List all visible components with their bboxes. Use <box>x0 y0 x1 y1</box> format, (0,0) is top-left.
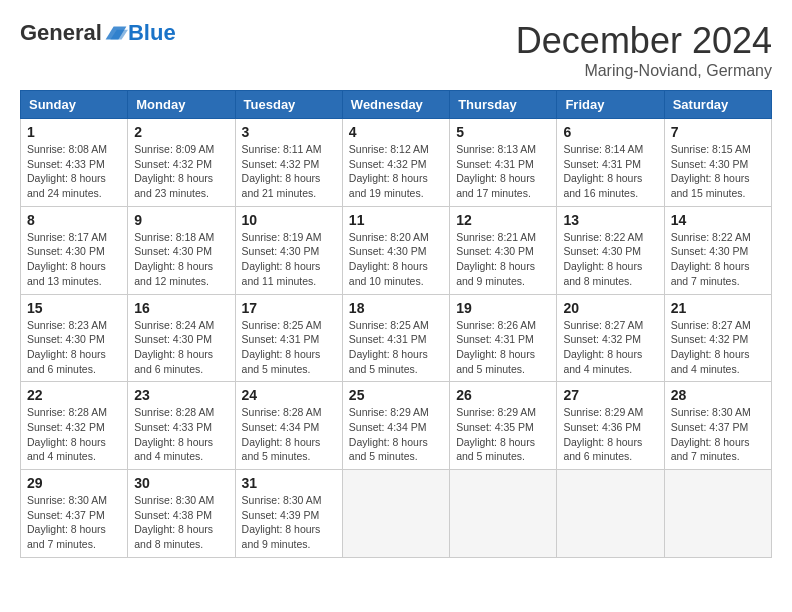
day-cell: 23 Sunrise: 8:28 AM Sunset: 4:33 PM Dayl… <box>128 382 235 470</box>
logo-icon <box>104 21 128 45</box>
day-detail: Sunrise: 8:30 AM Sunset: 4:37 PM Dayligh… <box>671 405 765 464</box>
day-detail: Sunrise: 8:27 AM Sunset: 4:32 PM Dayligh… <box>563 318 657 377</box>
day-detail: Sunrise: 8:12 AM Sunset: 4:32 PM Dayligh… <box>349 142 443 201</box>
day-cell: 31 Sunrise: 8:30 AM Sunset: 4:39 PM Dayl… <box>235 470 342 558</box>
day-cell: 21 Sunrise: 8:27 AM Sunset: 4:32 PM Dayl… <box>664 294 771 382</box>
day-detail: Sunrise: 8:25 AM Sunset: 4:31 PM Dayligh… <box>242 318 336 377</box>
day-number: 12 <box>456 212 550 228</box>
day-number: 13 <box>563 212 657 228</box>
day-detail: Sunrise: 8:14 AM Sunset: 4:31 PM Dayligh… <box>563 142 657 201</box>
day-cell: 16 Sunrise: 8:24 AM Sunset: 4:30 PM Dayl… <box>128 294 235 382</box>
day-cell: 28 Sunrise: 8:30 AM Sunset: 4:37 PM Dayl… <box>664 382 771 470</box>
day-number: 16 <box>134 300 228 316</box>
day-number: 29 <box>27 475 121 491</box>
page-header: General Blue December 2024 Maring-Novian… <box>20 20 772 80</box>
day-detail: Sunrise: 8:18 AM Sunset: 4:30 PM Dayligh… <box>134 230 228 289</box>
day-detail: Sunrise: 8:13 AM Sunset: 4:31 PM Dayligh… <box>456 142 550 201</box>
day-cell: 19 Sunrise: 8:26 AM Sunset: 4:31 PM Dayl… <box>450 294 557 382</box>
day-detail: Sunrise: 8:26 AM Sunset: 4:31 PM Dayligh… <box>456 318 550 377</box>
column-header-thursday: Thursday <box>450 91 557 119</box>
day-number: 24 <box>242 387 336 403</box>
day-detail: Sunrise: 8:20 AM Sunset: 4:30 PM Dayligh… <box>349 230 443 289</box>
day-detail: Sunrise: 8:15 AM Sunset: 4:30 PM Dayligh… <box>671 142 765 201</box>
day-detail: Sunrise: 8:28 AM Sunset: 4:32 PM Dayligh… <box>27 405 121 464</box>
day-number: 28 <box>671 387 765 403</box>
day-cell: 3 Sunrise: 8:11 AM Sunset: 4:32 PM Dayli… <box>235 119 342 207</box>
day-cell <box>450 470 557 558</box>
day-cell: 14 Sunrise: 8:22 AM Sunset: 4:30 PM Dayl… <box>664 206 771 294</box>
day-cell: 9 Sunrise: 8:18 AM Sunset: 4:30 PM Dayli… <box>128 206 235 294</box>
day-detail: Sunrise: 8:25 AM Sunset: 4:31 PM Dayligh… <box>349 318 443 377</box>
day-cell: 4 Sunrise: 8:12 AM Sunset: 4:32 PM Dayli… <box>342 119 449 207</box>
day-cell: 5 Sunrise: 8:13 AM Sunset: 4:31 PM Dayli… <box>450 119 557 207</box>
day-cell: 11 Sunrise: 8:20 AM Sunset: 4:30 PM Dayl… <box>342 206 449 294</box>
day-cell: 20 Sunrise: 8:27 AM Sunset: 4:32 PM Dayl… <box>557 294 664 382</box>
day-detail: Sunrise: 8:27 AM Sunset: 4:32 PM Dayligh… <box>671 318 765 377</box>
day-cell: 15 Sunrise: 8:23 AM Sunset: 4:30 PM Dayl… <box>21 294 128 382</box>
column-header-sunday: Sunday <box>21 91 128 119</box>
day-cell: 1 Sunrise: 8:08 AM Sunset: 4:33 PM Dayli… <box>21 119 128 207</box>
day-cell: 7 Sunrise: 8:15 AM Sunset: 4:30 PM Dayli… <box>664 119 771 207</box>
day-detail: Sunrise: 8:30 AM Sunset: 4:38 PM Dayligh… <box>134 493 228 552</box>
day-cell <box>664 470 771 558</box>
day-number: 5 <box>456 124 550 140</box>
day-number: 2 <box>134 124 228 140</box>
day-number: 21 <box>671 300 765 316</box>
day-cell: 8 Sunrise: 8:17 AM Sunset: 4:30 PM Dayli… <box>21 206 128 294</box>
day-cell <box>557 470 664 558</box>
day-number: 31 <box>242 475 336 491</box>
week-row-3: 15 Sunrise: 8:23 AM Sunset: 4:30 PM Dayl… <box>21 294 772 382</box>
day-detail: Sunrise: 8:11 AM Sunset: 4:32 PM Dayligh… <box>242 142 336 201</box>
logo-blue: Blue <box>128 20 176 46</box>
day-detail: Sunrise: 8:30 AM Sunset: 4:39 PM Dayligh… <box>242 493 336 552</box>
day-cell: 30 Sunrise: 8:30 AM Sunset: 4:38 PM Dayl… <box>128 470 235 558</box>
day-cell: 10 Sunrise: 8:19 AM Sunset: 4:30 PM Dayl… <box>235 206 342 294</box>
day-cell: 22 Sunrise: 8:28 AM Sunset: 4:32 PM Dayl… <box>21 382 128 470</box>
day-number: 1 <box>27 124 121 140</box>
day-detail: Sunrise: 8:23 AM Sunset: 4:30 PM Dayligh… <box>27 318 121 377</box>
day-number: 25 <box>349 387 443 403</box>
day-number: 14 <box>671 212 765 228</box>
calendar-title: December 2024 <box>516 20 772 62</box>
day-detail: Sunrise: 8:29 AM Sunset: 4:36 PM Dayligh… <box>563 405 657 464</box>
day-detail: Sunrise: 8:24 AM Sunset: 4:30 PM Dayligh… <box>134 318 228 377</box>
day-detail: Sunrise: 8:19 AM Sunset: 4:30 PM Dayligh… <box>242 230 336 289</box>
day-cell: 6 Sunrise: 8:14 AM Sunset: 4:31 PM Dayli… <box>557 119 664 207</box>
day-number: 11 <box>349 212 443 228</box>
title-block: December 2024 Maring-Noviand, Germany <box>516 20 772 80</box>
column-header-tuesday: Tuesday <box>235 91 342 119</box>
logo: General Blue <box>20 20 176 46</box>
week-row-2: 8 Sunrise: 8:17 AM Sunset: 4:30 PM Dayli… <box>21 206 772 294</box>
day-detail: Sunrise: 8:29 AM Sunset: 4:34 PM Dayligh… <box>349 405 443 464</box>
column-header-wednesday: Wednesday <box>342 91 449 119</box>
day-number: 15 <box>27 300 121 316</box>
calendar-subtitle: Maring-Noviand, Germany <box>516 62 772 80</box>
day-number: 19 <box>456 300 550 316</box>
day-cell: 17 Sunrise: 8:25 AM Sunset: 4:31 PM Dayl… <box>235 294 342 382</box>
day-cell: 18 Sunrise: 8:25 AM Sunset: 4:31 PM Dayl… <box>342 294 449 382</box>
day-number: 18 <box>349 300 443 316</box>
week-row-4: 22 Sunrise: 8:28 AM Sunset: 4:32 PM Dayl… <box>21 382 772 470</box>
day-cell: 27 Sunrise: 8:29 AM Sunset: 4:36 PM Dayl… <box>557 382 664 470</box>
week-row-1: 1 Sunrise: 8:08 AM Sunset: 4:33 PM Dayli… <box>21 119 772 207</box>
day-number: 8 <box>27 212 121 228</box>
column-header-saturday: Saturday <box>664 91 771 119</box>
day-cell: 2 Sunrise: 8:09 AM Sunset: 4:32 PM Dayli… <box>128 119 235 207</box>
day-detail: Sunrise: 8:09 AM Sunset: 4:32 PM Dayligh… <box>134 142 228 201</box>
day-number: 27 <box>563 387 657 403</box>
day-number: 26 <box>456 387 550 403</box>
day-number: 7 <box>671 124 765 140</box>
day-number: 23 <box>134 387 228 403</box>
day-detail: Sunrise: 8:28 AM Sunset: 4:34 PM Dayligh… <box>242 405 336 464</box>
column-header-friday: Friday <box>557 91 664 119</box>
day-number: 20 <box>563 300 657 316</box>
day-number: 30 <box>134 475 228 491</box>
day-cell: 29 Sunrise: 8:30 AM Sunset: 4:37 PM Dayl… <box>21 470 128 558</box>
week-row-5: 29 Sunrise: 8:30 AM Sunset: 4:37 PM Dayl… <box>21 470 772 558</box>
day-cell: 13 Sunrise: 8:22 AM Sunset: 4:30 PM Dayl… <box>557 206 664 294</box>
calendar-table: SundayMondayTuesdayWednesdayThursdayFrid… <box>20 90 772 558</box>
day-number: 6 <box>563 124 657 140</box>
day-detail: Sunrise: 8:22 AM Sunset: 4:30 PM Dayligh… <box>671 230 765 289</box>
day-cell: 26 Sunrise: 8:29 AM Sunset: 4:35 PM Dayl… <box>450 382 557 470</box>
day-cell: 12 Sunrise: 8:21 AM Sunset: 4:30 PM Dayl… <box>450 206 557 294</box>
